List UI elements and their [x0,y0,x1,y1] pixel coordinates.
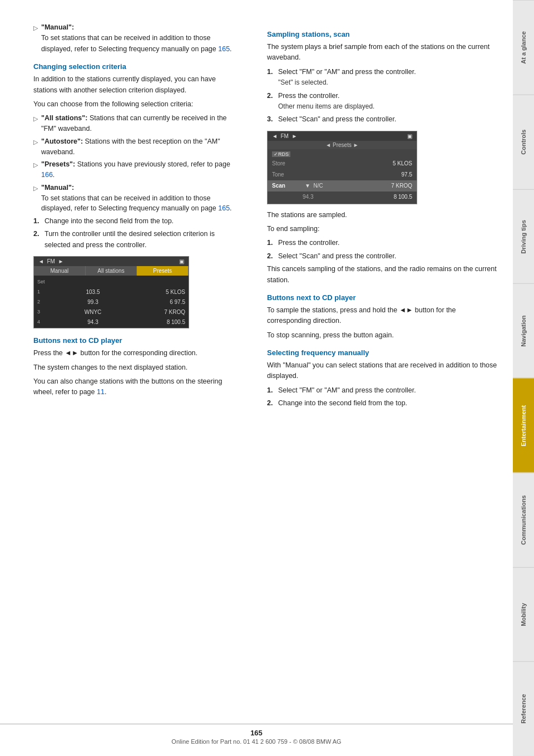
freq-step-2-text: Change into the second field from the to… [278,398,407,409]
screen1-row1-num: 1 [37,289,45,294]
end-step-1: 1. Press the controller. [267,238,502,248]
sidebar-tab-mobility[interactable]: Mobility [513,567,534,662]
screen1-body: Set 1 103.5 5 KLOS 2 99.3 6 97.5 3 WNYC … [34,276,189,328]
bullet-all-stations-arrow: ▷ [33,114,38,134]
intro-bullet-text: To set stations that can be received in … [41,34,232,52]
bullet-all-stations-title: "All stations": [41,114,87,122]
sampling-step-3-num: 3. [267,114,275,125]
screen1-tab-all-stations[interactable]: All stations [86,266,137,276]
screen2-last-val2: 8 100.5 [313,194,412,200]
section-changing-criteria-heading: Changing selection criteria [33,62,239,71]
sampling-step-1: 1. Select "FM" or "AM" and press the con… [267,67,502,89]
screen1-row3-val2: 7 KROQ [141,309,185,315]
end-step-1-text: Press the controller. [278,238,339,248]
sampling-para1: The system plays a brief sample from eac… [267,42,502,63]
criteria-para2: You can choose from the following select… [33,99,239,110]
bullet-manual-title: "Manual": [41,184,74,192]
after-screen-para3: This cancels sampling of the stations, a… [267,264,502,286]
intro-link-165[interactable]: 165 [218,45,230,53]
screen1-row4-num: 4 [37,319,45,325]
screen1-tabs: Manual All stations Presets [34,266,189,276]
screen2-scan-label: Scan [272,183,303,189]
section-selecting-freq-heading: Selecting frequency manually [267,348,502,357]
screen2-header-left: ◄ FM ► [272,133,297,139]
screen2-tone-label: Tone [272,171,303,178]
sampling-step-1-text: Select "FM" or "AM" and press the contro… [278,68,416,76]
sampling-step-2-num: 2. [267,91,275,112]
step-1-criteria: 1. Change into the second field from the… [33,216,239,227]
screen1-set-row: Set [34,277,189,287]
screen1-row4-val2: 8 100.5 [141,319,185,325]
screen2-store-row: Store 5 KLOS [268,158,417,169]
sampling-step-3: 3. Select "Scan" and press the controlle… [267,114,502,125]
end-step-1-num: 1. [267,238,275,248]
screen-image-2: ◄ FM ► ▣ ◄ Presets ► ✓RDS Store 5 KLOS T… [267,131,417,204]
sidebar-tab-entertainment[interactable]: Entertainment [513,378,534,473]
buttons-cd-left-para1: Press the ◄► button for the correspondin… [33,348,239,359]
manual-link-165[interactable]: 165 [218,204,230,212]
screen1-row-3: 3 WNYC 7 KROQ [34,307,189,317]
screen2-store-val: 5 KLOS [303,160,412,166]
selecting-freq-para1: With "Manual" you can select stations th… [267,360,502,382]
sampling-step-3-text: Select "Scan" and press the controller. [278,114,396,125]
sampling-step-2-text: Press the controller. [278,92,339,100]
screen2-scan-nc: ▼ N/C [305,183,323,189]
sampling-step-1-sub: "Set" is selected. [278,78,328,86]
screen1-tab-presets[interactable]: Presets [137,266,189,276]
bullet-autostore-arrow: ▷ [33,138,38,158]
left-column: ▷ "Manual": To set stations that can be … [0,0,256,756]
screen1-set-label: Set [37,279,45,284]
buttons-cd-left-para3: You can also change stations with the bu… [33,376,239,398]
screen1-tab-manual[interactable]: Manual [34,266,86,276]
bullet-manual-arrow: ▷ [33,184,38,214]
screen2-scan-kroq: 7 KROQ [323,183,412,189]
freq-step-1-num: 1. [267,385,275,396]
screen1-row-4: 4 94.3 8 100.5 [34,317,189,327]
buttons-cd-left-para2: The system changes to the next displayed… [33,362,239,373]
screen1-row1-val1: 103.5 [45,289,141,295]
presets-link-166[interactable]: 166 [41,171,53,179]
bullet-autostore-title: "Autostore": [41,138,83,145]
bullet-all-stations: ▷ "All stations": Stations that can curr… [33,113,239,134]
screen2-last-val: 94.3 [303,194,313,200]
screen1-row2-val1: 99.3 [45,299,141,305]
step-1-text: Change into the second field from the to… [44,216,174,227]
bullet-manual: ▷ "Manual": To set stations that can be … [33,183,239,214]
end-step-2-text: Select "Scan" and press the controller. [278,251,396,262]
bullet-presets: ▷ "Presets": Stations you have previousl… [33,159,239,180]
step-2-criteria: 2. Turn the controller until the desired… [33,229,239,251]
sidebar-tab-reference[interactable]: Reference [513,661,534,756]
screen2-header-right: ▣ [407,133,412,139]
criteria-para1: In addition to the stations currently di… [33,74,239,96]
bullet-presets-arrow: ▷ [33,160,38,180]
footer-text: Online Edition for Part no. 01 41 2 600 … [171,738,341,745]
after-screen-para1: The stations are sampled. [267,210,502,220]
rds-badge: ✓RDS [272,151,290,157]
freq-step-1: 1. Select "FM" or "AM" and press the con… [267,385,502,396]
end-step-2: 2. Select "Scan" and press the controlle… [267,251,502,262]
step-2-text: Turn the controller until the desired se… [44,229,239,251]
screen1-row-1: 1 103.5 5 KLOS [34,287,189,297]
screen1-header-right: ▣ [179,258,184,264]
screen1-row4-val1: 94.3 [45,319,141,325]
main-content: ▷ "Manual": To set stations that can be … [0,0,513,756]
screen1-row-2: 2 99.3 6 97.5 [34,297,189,307]
sidebar-tab-controls[interactable]: Controls [513,95,534,189]
section-buttons-cd-right-heading: Buttons next to CD player [267,293,502,302]
screen2-header: ◄ FM ► ▣ [268,131,417,141]
buttons-cd-right-para2: To stop scanning, press the button again… [267,330,502,341]
screen2-tone-row: Tone 97.5 [268,169,417,180]
step-2-num: 2. [33,229,41,251]
section-sampling-heading: Sampling stations, scan [267,30,502,38]
screen2-menu: ✓RDS Store 5 KLOS Tone 97.5 Scan ▼ N/C 7… [268,149,417,204]
sampling-step-1-num: 1. [267,67,275,89]
sidebar-tab-communications[interactable]: Communications [513,473,534,567]
sidebar-tab-driving-tips[interactable]: Driving tips [513,189,534,284]
sidebar-tab-at-a-glance[interactable]: At a glance [513,0,534,95]
sidebar-tab-navigation[interactable]: Navigation [513,283,534,378]
bullet-autostore: ▷ "Autostore": Stations with the best re… [33,136,239,158]
cd-left-link-11[interactable]: 11 [97,388,105,396]
screen2-tone-val: 97.5 [303,171,412,178]
bullet-manual-text: To set stations that can be received in … [41,194,232,213]
screen2-last-row: 94.3 8 100.5 [268,192,417,203]
